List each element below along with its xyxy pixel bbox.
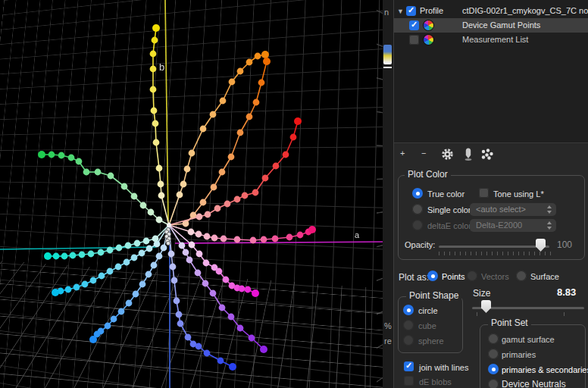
green-ramp-point[interactable] xyxy=(68,155,75,161)
azure-ramp-point[interactable] xyxy=(118,308,125,315)
magenta-ramp-point[interactable] xyxy=(220,236,227,242)
turquoise-ramp-point[interactable] xyxy=(70,252,77,259)
orange-ramp-point[interactable] xyxy=(200,199,207,206)
amber-ramp-point[interactable] xyxy=(189,150,195,157)
azure-ramp-point[interactable] xyxy=(139,281,146,288)
green-ramp-point[interactable] xyxy=(48,152,55,158)
blue-ramp-point[interactable] xyxy=(171,277,178,284)
shape-cube-radio[interactable] xyxy=(403,320,414,330)
gamut-points-plot[interactable] xyxy=(0,0,383,388)
violet-ramp-point[interactable] xyxy=(249,335,255,342)
magenta-ramp-point[interactable] xyxy=(188,229,195,236)
cyan-ramp-point[interactable] xyxy=(82,281,89,288)
true-color-radio[interactable] xyxy=(412,188,423,199)
yellow-ramp-point[interactable] xyxy=(151,108,158,114)
turquoise-ramp-point[interactable] xyxy=(98,249,105,256)
orange-ramp-point[interactable] xyxy=(237,130,244,136)
single-color-radio[interactable] xyxy=(412,204,423,214)
violet-ramp-point[interactable] xyxy=(183,249,189,256)
red-ramp-point[interactable] xyxy=(290,134,297,141)
amber-ramp-point[interactable] xyxy=(184,166,191,173)
red-ramp-point[interactable] xyxy=(205,211,211,218)
turquoise-ramp-point[interactable] xyxy=(134,240,141,247)
blue-ramp-point[interactable] xyxy=(204,350,211,357)
turquoise-ramp-point[interactable] xyxy=(44,252,52,260)
turquoise-ramp-point[interactable] xyxy=(61,253,68,260)
set-primaries-secondaries-radio[interactable] xyxy=(488,364,499,374)
orange-ramp-point[interactable] xyxy=(246,114,253,120)
blue-ramp-point[interactable] xyxy=(177,321,184,327)
blue-ramp-point[interactable] xyxy=(217,358,224,365)
violet-ramp-point[interactable] xyxy=(186,257,193,264)
shape-sphere-radio[interactable] xyxy=(403,335,414,346)
yellow-ramp-point[interactable] xyxy=(152,120,159,127)
amber-ramp-point[interactable] xyxy=(210,111,217,118)
orchid-ramp-point[interactable] xyxy=(216,268,223,275)
eyedropper-icon[interactable] xyxy=(462,147,474,161)
yellow-ramp-point[interactable] xyxy=(158,181,164,188)
list-item-device-gamut-points[interactable]: Device Gamut Points xyxy=(394,18,588,33)
gear-icon[interactable] xyxy=(441,148,454,161)
turquoise-ramp-point[interactable] xyxy=(79,252,86,258)
magenta-ramp-point[interactable] xyxy=(250,237,257,244)
cyan-ramp-point[interactable] xyxy=(131,255,138,261)
orchid-ramp-point[interactable] xyxy=(203,260,210,267)
profile-checkbox[interactable] xyxy=(406,6,416,16)
cyan-ramp-point[interactable] xyxy=(99,273,105,280)
remove-button[interactable]: − xyxy=(421,149,426,158)
plot-as-points-radio[interactable] xyxy=(427,271,438,281)
neutral-coil-point[interactable] xyxy=(166,241,170,245)
azure-ramp-point[interactable] xyxy=(161,245,167,252)
green-ramp-point[interactable] xyxy=(148,209,155,216)
turquoise-ramp-point[interactable] xyxy=(116,245,123,252)
blue-ramp-point[interactable] xyxy=(195,343,202,350)
turquoise-ramp-point[interactable] xyxy=(125,242,132,249)
collapsed-panel-strip[interactable]: n % re xyxy=(383,0,394,388)
deltae-color-dropdown[interactable]: Delta-E2000 xyxy=(470,219,556,232)
violet-ramp-point[interactable] xyxy=(202,280,209,287)
orchid-ramp-point[interactable] xyxy=(245,286,252,293)
violet-ramp-point[interactable] xyxy=(260,346,267,353)
amber-ramp-point[interactable] xyxy=(261,51,269,58)
blue-ramp-point[interactable] xyxy=(185,334,192,341)
amber-ramp-point[interactable] xyxy=(255,53,261,60)
magenta-ramp-point[interactable] xyxy=(261,236,267,243)
blue-ramp-point[interactable] xyxy=(176,311,183,318)
green-ramp-point[interactable] xyxy=(108,173,114,180)
set-primaries-radio[interactable] xyxy=(488,349,499,359)
amber-ramp-point[interactable] xyxy=(246,59,253,66)
cyan-ramp-point[interactable] xyxy=(90,277,97,284)
turquoise-ramp-point[interactable] xyxy=(143,238,150,245)
item-checkbox[interactable] xyxy=(409,35,419,45)
green-ramp-point[interactable] xyxy=(83,169,90,176)
add-button[interactable]: + xyxy=(400,149,405,158)
red-ramp-point[interactable] xyxy=(196,214,203,221)
amber-ramp-point[interactable] xyxy=(200,126,207,133)
orchid-ramp-point[interactable] xyxy=(252,289,259,297)
cyan-ramp-point[interactable] xyxy=(115,264,122,271)
magenta-ramp-point[interactable] xyxy=(297,232,304,239)
violet-ramp-point[interactable] xyxy=(195,270,202,277)
amber-ramp-point[interactable] xyxy=(229,79,236,86)
amber-ramp-point[interactable] xyxy=(177,192,183,199)
red-ramp-point[interactable] xyxy=(242,192,249,199)
orange-ramp-point[interactable] xyxy=(258,80,265,86)
red-ramp-point[interactable] xyxy=(262,175,269,182)
amber-ramp-point[interactable] xyxy=(180,181,187,188)
profile-name[interactable]: ctDIG-002r1_cmykogv_CS_7C no... xyxy=(462,6,588,15)
size-slider-thumb[interactable] xyxy=(481,300,491,313)
magenta-ramp-point[interactable] xyxy=(272,236,279,242)
azure-ramp-point[interactable] xyxy=(126,300,133,307)
azure-ramp-point[interactable] xyxy=(151,262,158,269)
orchid-ramp-point[interactable] xyxy=(196,251,203,258)
azure-ramp-point[interactable] xyxy=(145,271,152,278)
plot-as-vectors-radio[interactable] xyxy=(467,271,477,281)
magenta-ramp-point[interactable] xyxy=(211,235,218,242)
cyan-ramp-point[interactable] xyxy=(124,259,130,266)
green-ramp-point[interactable] xyxy=(121,183,128,190)
set-device-neutrals-radio[interactable] xyxy=(488,379,499,388)
violet-ramp-point[interactable] xyxy=(210,290,217,297)
cyan-ramp-point[interactable] xyxy=(146,246,153,252)
single-color-dropdown[interactable]: <auto select> xyxy=(470,203,556,216)
profile-header-row[interactable]: ▼ Profile ctDIG-002r1_cmykogv_CS_7C no..… xyxy=(394,4,588,18)
